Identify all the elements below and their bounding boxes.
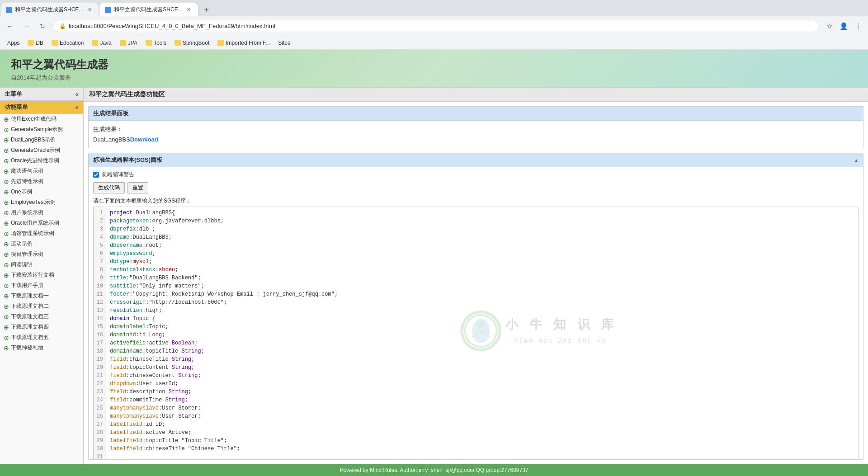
- sidebar-item-download-secret[interactable]: ⊕ 下载神秘礼物: [0, 343, 83, 353]
- education-folder-icon: [52, 40, 58, 46]
- code-line: domain Topic {: [110, 315, 854, 323]
- download-link[interactable]: Download: [130, 136, 158, 143]
- orig-doc4-label: 下载原理文档四: [11, 323, 49, 331]
- profile-icon[interactable]: 👤: [837, 20, 850, 33]
- imported-label: Imported From F...: [226, 40, 270, 46]
- sidebar-item-project[interactable]: ⊕ 项目管理示例: [0, 249, 83, 259]
- line-number: 10: [95, 282, 103, 290]
- sidebar-item-advance[interactable]: ⊕ 先进特性示例: [0, 176, 83, 187]
- tab-1-close[interactable]: ✕: [86, 6, 93, 14]
- result-panel-body: 生成结果： DualLangBBSDownload: [89, 121, 863, 148]
- user-system-icon: ⊕: [4, 209, 9, 217]
- orig-doc1-icon: ⊕: [4, 292, 9, 300]
- sidebar-item-generate-oracle[interactable]: ⊕ GenerateOracle示例: [0, 145, 83, 156]
- code-line: domainid:id Long;: [110, 331, 854, 339]
- venue-icon: ⊕: [4, 230, 9, 237]
- tools-label: Tools: [154, 40, 166, 46]
- sidebar-item-venue[interactable]: ⊕ 场馆管理系统示例: [0, 228, 83, 239]
- page-subtitle: 自2014年起为公众服务: [11, 74, 857, 82]
- page-footer: Powered by Mind Rules. Author:jerry_shen…: [0, 464, 868, 476]
- sidebar-item-generate-sample[interactable]: ⊕ GenerateSample示例: [0, 124, 83, 135]
- download-secret-label: 下载神秘礼物: [11, 344, 43, 352]
- magic-icon: ⊕: [4, 168, 9, 175]
- result-content: DualLangBBSDownload: [93, 136, 859, 143]
- sidebar-item-duallangbbs[interactable]: ⊕ DualLangBBS示例: [0, 135, 83, 145]
- sidebar-item-download-install[interactable]: ⊕ 下载安装运行文档: [0, 270, 83, 280]
- bookmark-db[interactable]: DB: [24, 38, 47, 47]
- bookmark-icon[interactable]: ☆: [823, 20, 835, 33]
- tab-bar: 和平之翼代码生成器SHCE... ✕ 和平之翼代码生成器SHCE... ✕ +: [0, 0, 868, 16]
- sidebar-item-reading[interactable]: ⊕ 阅读说明: [0, 259, 83, 270]
- tab-1-title: 和平之翼代码生成器SHCE...: [15, 6, 83, 14]
- bookmark-tools[interactable]: Tools: [142, 38, 170, 47]
- url-bar[interactable]: 🔒 localhost:8080/PeaceWingSHCEU_4_0_0_Be…: [52, 20, 819, 32]
- back-button[interactable]: ←: [4, 20, 16, 33]
- duallangbbs-label: DualLangBBS示例: [11, 136, 56, 144]
- orig-doc5-icon: ⊕: [4, 334, 9, 341]
- sgs-scroll-indicator: ▲: [854, 158, 859, 163]
- project-icon: ⊕: [4, 251, 9, 258]
- sgs-instruction: 请在下面的文本框里输入您的SGS程序：: [93, 197, 859, 205]
- sidebar-item-user-manual[interactable]: ⊕ 下载用户手册: [0, 280, 83, 291]
- forward-button[interactable]: →: [20, 20, 33, 33]
- bookmark-apps[interactable]: Apps: [4, 38, 23, 47]
- employee-icon: ⊕: [4, 199, 9, 206]
- sidebar-item-oracle-advance[interactable]: ⊕ Oracle先进特性示例: [0, 156, 83, 166]
- sidebar-item-orig-doc1[interactable]: ⊕ 下载原理文档一: [0, 291, 83, 301]
- toolbar-icons: ☆ 👤 ⋮: [823, 20, 864, 33]
- main-menu-collapse-icon[interactable]: «: [75, 90, 79, 98]
- bookmark-jpa[interactable]: JPA: [116, 38, 141, 47]
- line-number: 22: [95, 380, 103, 388]
- tab-2-title: 和平之翼代码生成器SHCE...: [114, 6, 182, 14]
- line-number: 23: [95, 388, 103, 396]
- tab-2-close[interactable]: ✕: [185, 6, 193, 14]
- one-label: One示例: [11, 188, 32, 196]
- reset-button[interactable]: 重置: [127, 182, 148, 193]
- advance-icon: ⊕: [4, 178, 9, 185]
- oracle-user-label: Oracle用户系统示例: [11, 219, 59, 227]
- tab-1[interactable]: 和平之翼代码生成器SHCE... ✕: [0, 3, 99, 16]
- func-menu-collapse-icon[interactable]: «: [75, 104, 79, 111]
- bookmark-education[interactable]: Education: [48, 38, 87, 47]
- orig-doc3-icon: ⊕: [4, 313, 9, 320]
- sidebar-item-user-system[interactable]: ⊕ 用户系统示例: [0, 207, 83, 218]
- reload-button[interactable]: ↻: [36, 20, 49, 33]
- sidebar-item-orig-doc5[interactable]: ⊕ 下载原理文档五: [0, 332, 83, 343]
- bookmark-springboot[interactable]: SpringBoot: [171, 38, 213, 47]
- sidebar-item-sports[interactable]: ⊕ 运动示例: [0, 239, 83, 249]
- sidebar-item-orig-doc4[interactable]: ⊕ 下载原理文档四: [0, 322, 83, 332]
- code-content: project DualLangBBS{packagetoken:org.jav…: [106, 207, 858, 460]
- ignore-warning-checkbox[interactable]: [93, 172, 99, 178]
- sidebar-item-orig-doc2[interactable]: ⊕ 下载原理文档二: [0, 301, 83, 311]
- user-manual-label: 下载用户手册: [11, 282, 43, 289]
- code-line: field:commitTime String;: [110, 396, 854, 404]
- gen-code-button[interactable]: 生成代码: [93, 182, 125, 193]
- page-title: 和平之翼代码生成器: [11, 57, 857, 72]
- ignore-warning-label: 忽略编译警告: [102, 171, 134, 179]
- button-row: 生成代码 重置: [93, 182, 859, 193]
- bookmark-java[interactable]: Java: [88, 38, 115, 47]
- generate-sample-label: GenerateSample示例: [11, 126, 63, 133]
- orig-doc2-label: 下载原理文档二: [11, 302, 49, 310]
- new-tab-button[interactable]: +: [200, 4, 213, 16]
- bookmark-sites[interactable]: Sites: [274, 38, 294, 47]
- sidebar-item-employee[interactable]: ⊕ EmployeeTest示例: [0, 197, 83, 207]
- code-line: emptypassword;: [110, 250, 854, 258]
- sgs-panel-body: 忽略编译警告 生成代码 重置 请在下面的文本框里输入您的SGS程序： 12345…: [89, 167, 863, 460]
- line-number: 30: [95, 445, 103, 453]
- line-number: 7: [95, 258, 103, 266]
- sidebar: 主菜单 « 功能菜单 « ⊕ 使用Excel生成代码 ⊕ GenerateSam…: [0, 88, 84, 464]
- sidebar-item-one[interactable]: ⊕ One示例: [0, 187, 83, 197]
- sidebar-item-oracle-user[interactable]: ⊕ Oracle用户系统示例: [0, 218, 83, 228]
- line-number: 24: [95, 396, 103, 404]
- orig-doc5-label: 下载原理文档五: [11, 334, 49, 341]
- sidebar-item-magic[interactable]: ⊕ 魔法语句示例: [0, 166, 83, 176]
- menu-icon[interactable]: ⋮: [852, 20, 864, 33]
- sidebar-item-orig-doc3[interactable]: ⊕ 下载原理文档三: [0, 311, 83, 322]
- tab-2[interactable]: 和平之翼代码生成器SHCE... ✕: [99, 3, 198, 16]
- bookmark-imported[interactable]: Imported From F...: [214, 38, 274, 47]
- code-editor[interactable]: 1234567891011121314151617181920212223242…: [93, 207, 859, 460]
- sidebar-item-excel[interactable]: ⊕ 使用Excel生成代码: [0, 114, 83, 124]
- sgs-panel: 标准生成器脚本(SGS)面板 ▲ 忽略编译警告 生成代码 重置 请在下面的文本框…: [88, 153, 863, 460]
- result-label: 生成结果：: [93, 125, 859, 133]
